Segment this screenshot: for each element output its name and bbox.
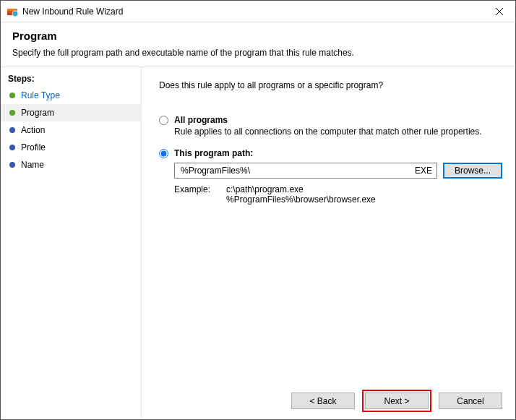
browse-button[interactable]: Browse... bbox=[443, 163, 502, 179]
question-text: Does this rule apply to all programs or … bbox=[159, 80, 502, 90]
step-action[interactable]: Action bbox=[1, 121, 141, 139]
option-path-title: This program path: bbox=[174, 148, 253, 158]
option-all-label[interactable]: All programs bbox=[159, 115, 502, 125]
next-button[interactable]: Next > bbox=[365, 393, 429, 409]
option-program-path: This program path: EXE Browse... Example… bbox=[159, 148, 502, 205]
option-all-desc: Rule applies to all connections on the c… bbox=[174, 127, 502, 137]
bullet-icon bbox=[9, 93, 15, 98]
option-all-title: All programs bbox=[174, 115, 228, 125]
cancel-button[interactable]: Cancel bbox=[439, 393, 502, 409]
bullet-icon bbox=[9, 162, 15, 168]
step-profile[interactable]: Profile bbox=[1, 139, 141, 156]
wizard-header: Program Specify the full program path an… bbox=[1, 22, 515, 67]
radio-all-programs[interactable] bbox=[159, 116, 168, 125]
program-path-field-wrap: EXE bbox=[174, 163, 437, 179]
step-label: Program bbox=[21, 108, 54, 118]
step-label: Profile bbox=[21, 142, 46, 153]
back-button[interactable]: < Back bbox=[291, 393, 355, 409]
step-label: Action bbox=[21, 125, 45, 135]
bullet-icon bbox=[9, 127, 15, 133]
steps-label: Steps: bbox=[1, 72, 141, 87]
close-button[interactable] bbox=[483, 1, 515, 22]
firewall-icon bbox=[7, 6, 18, 17]
program-path-input[interactable] bbox=[179, 165, 409, 176]
radio-program-path[interactable] bbox=[159, 149, 168, 158]
option-all-programs: All programs Rule applies to all connect… bbox=[159, 115, 502, 137]
example-label: Example: bbox=[174, 184, 226, 205]
window-title: New Inbound Rule Wizard bbox=[22, 7, 483, 17]
example-values: c:\path\program.exe %ProgramFiles%\brows… bbox=[226, 184, 376, 205]
step-label[interactable]: Rule Type bbox=[21, 90, 60, 100]
exe-suffix: EXE bbox=[409, 166, 432, 176]
next-highlight: Next > bbox=[362, 390, 431, 412]
bullet-icon bbox=[9, 145, 15, 150]
step-program[interactable]: Program bbox=[1, 104, 141, 121]
wizard-buttons: < Back Next > Cancel bbox=[291, 393, 502, 409]
step-label: Name bbox=[21, 160, 44, 170]
page-heading: Program bbox=[12, 30, 504, 42]
step-rule-type[interactable]: Rule Type bbox=[1, 87, 141, 104]
step-name[interactable]: Name bbox=[1, 156, 141, 173]
main-panel: Does this rule apply to all programs or … bbox=[142, 67, 515, 419]
page-subtitle: Specify the full program path and execut… bbox=[12, 48, 504, 58]
svg-rect-1 bbox=[7, 9, 17, 11]
bullet-icon bbox=[9, 110, 15, 116]
option-path-label[interactable]: This program path: bbox=[159, 148, 502, 158]
titlebar: New Inbound Rule Wizard bbox=[1, 1, 515, 22]
steps-sidebar: Steps: Rule Type Program Action Profile … bbox=[1, 67, 142, 419]
